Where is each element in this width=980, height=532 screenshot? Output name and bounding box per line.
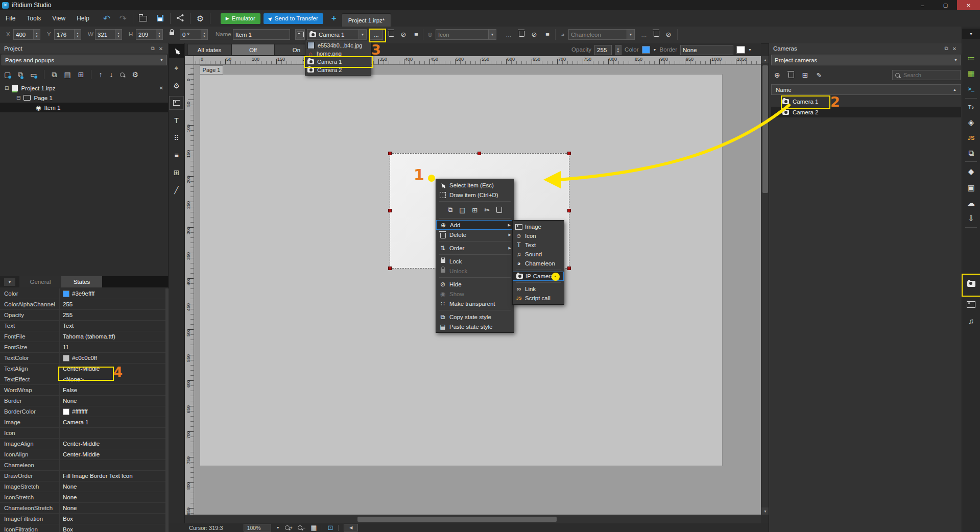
dock-menu-icon[interactable]: ▼ bbox=[962, 29, 980, 39]
float-panel-icon[interactable]: ⧉ bbox=[149, 45, 157, 52]
open-project-icon[interactable] bbox=[136, 14, 150, 23]
new-tab-button[interactable]: + bbox=[331, 13, 337, 23]
project-document-tab[interactable]: Project 1.irpz* bbox=[342, 13, 392, 27]
chevron-down-icon[interactable]: ▼ bbox=[653, 48, 657, 52]
line-tool[interactable]: ╱ bbox=[169, 183, 184, 197]
float-panel-icon[interactable]: ⧉ bbox=[942, 45, 950, 52]
add-page-icon[interactable]: ▢ bbox=[4, 70, 11, 79]
border-color-swatch[interactable] bbox=[736, 46, 745, 54]
chevron-down-icon[interactable]: ▼ bbox=[748, 48, 752, 52]
submenu-item-image[interactable]: Image bbox=[513, 222, 564, 231]
menu-item-draw[interactable]: Draw item (Ctrl+D) bbox=[436, 190, 514, 200]
menu-item-lock[interactable]: Lock bbox=[436, 256, 514, 266]
page-tab[interactable]: Page 1 bbox=[200, 65, 223, 75]
chart-tool[interactable]: ⊞ bbox=[169, 165, 184, 179]
add-camera-icon[interactable]: ⊕ bbox=[774, 71, 780, 79]
chevron-down-icon[interactable]: ▼ bbox=[358, 30, 366, 39]
dropdown-option-camera2[interactable]: Camera 2 bbox=[305, 66, 371, 74]
emulator-button[interactable]: ▶ Emulator bbox=[221, 13, 260, 24]
cameras-panel-icon[interactable] bbox=[962, 278, 980, 290]
fill-color-swatch[interactable] bbox=[642, 46, 650, 54]
angle-stepper[interactable]: ▲▼ bbox=[201, 29, 208, 40]
cameras-filter-combo[interactable]: Project cameras ▼ bbox=[771, 55, 961, 65]
menu-file[interactable]: File bbox=[0, 15, 21, 22]
icon-clear-icon[interactable]: ⊘ bbox=[530, 29, 539, 40]
x-stepper[interactable]: ▲▼ bbox=[34, 29, 40, 40]
menu-item-delete[interactable]: Delete▶ bbox=[436, 230, 514, 239]
share-icon[interactable] bbox=[174, 14, 187, 23]
close-panel-icon[interactable]: ✕ bbox=[157, 46, 165, 52]
name-column-header[interactable]: Name ▲ bbox=[771, 84, 961, 95]
images-panel-icon[interactable] bbox=[962, 298, 980, 310]
copy-icon[interactable]: ⧉ bbox=[52, 70, 57, 79]
collapse-properties-icon[interactable]: ▼ bbox=[4, 278, 15, 286]
menu-item-select[interactable]: Select item (Esc) bbox=[436, 180, 514, 190]
icon-more-button[interactable]: ... bbox=[503, 29, 514, 40]
h-scroll-thumb[interactable] bbox=[357, 517, 557, 522]
tab-general[interactable]: General bbox=[19, 276, 61, 287]
image-combo[interactable]: Camera 1 ▼ bbox=[307, 29, 367, 40]
cut-icon[interactable]: ✂ bbox=[484, 206, 490, 214]
menu-help[interactable]: Help bbox=[71, 15, 95, 22]
icon-align-icon[interactable]: ≡ bbox=[543, 29, 552, 40]
image-align-icon[interactable]: ≡ bbox=[412, 29, 421, 40]
submenu-item-chameleon[interactable]: ◕Chameleon bbox=[513, 259, 564, 268]
height-field[interactable] bbox=[136, 29, 156, 40]
y-stepper[interactable]: ▲▼ bbox=[75, 29, 81, 40]
sounds-panel-icon[interactable]: ♫ bbox=[962, 315, 980, 327]
state-tab-off[interactable]: Off bbox=[231, 44, 275, 56]
menu-item-hide[interactable]: ⊘Hide bbox=[436, 279, 514, 289]
devices-panel-icon[interactable]: ▦ bbox=[962, 67, 980, 80]
import-panel-icon[interactable]: ⇩ bbox=[962, 212, 980, 225]
menu-item-copy-state-style[interactable]: ⧉Copy state style bbox=[436, 312, 514, 322]
maximize-button[interactable]: ▢ bbox=[934, 0, 957, 10]
resize-handle[interactable] bbox=[388, 152, 392, 155]
zoom-in-icon[interactable]: + bbox=[285, 525, 293, 530]
resize-handle[interactable] bbox=[567, 267, 571, 270]
tree-node-project[interactable]: ⊟ Project 1.irpz ✕ bbox=[0, 83, 169, 93]
scripts-panel-icon[interactable]: JS bbox=[962, 132, 980, 144]
submenu-item-link[interactable]: ∞Link bbox=[513, 284, 564, 294]
align-tool[interactable]: ≡ bbox=[169, 148, 184, 162]
dropdown-option-home[interactable]: ⌂ home.png bbox=[305, 50, 371, 58]
dropdown-option-jpg[interactable]: e5534b0...b4c.jpg bbox=[305, 41, 371, 50]
chameleon-clear-icon[interactable]: ⊘ bbox=[664, 29, 673, 40]
project-device-panel-icon[interactable]: ≔ bbox=[962, 52, 980, 64]
delete-icon[interactable] bbox=[496, 206, 502, 214]
v-scroll-thumb[interactable] bbox=[762, 65, 768, 193]
duplicate-icon[interactable]: ⊞ bbox=[472, 206, 477, 214]
scroll-down-icon[interactable]: ▼ bbox=[761, 507, 769, 515]
tree-node-page[interactable]: ⊟ Page 1 bbox=[0, 93, 169, 103]
close-button[interactable]: ✕ bbox=[957, 0, 980, 10]
icon-delete-icon[interactable] bbox=[517, 29, 526, 40]
draw-item-tool[interactable]: ⌖ bbox=[169, 61, 184, 75]
width-field[interactable] bbox=[95, 29, 115, 40]
camera-search-box[interactable] bbox=[892, 70, 961, 80]
image-more-button[interactable]: ... bbox=[370, 29, 383, 40]
snap-toggle-icon[interactable]: ⊡ bbox=[327, 524, 333, 531]
collapse-panel-icon[interactable]: ◀ bbox=[344, 524, 358, 531]
search-input[interactable] bbox=[902, 71, 955, 79]
angle-field[interactable] bbox=[180, 29, 201, 40]
move-up-icon[interactable]: ↑ bbox=[99, 70, 102, 79]
gallery-panel-icon[interactable]: T♪ bbox=[962, 101, 980, 113]
duplicate-icon[interactable]: ⊞ bbox=[78, 70, 84, 79]
expander-icon[interactable]: ⊟ bbox=[5, 85, 9, 91]
zoom-level[interactable]: 100% bbox=[244, 524, 271, 531]
chameleon-delete-icon[interactable] bbox=[652, 29, 661, 40]
tree-settings-icon[interactable]: ⚙ bbox=[132, 70, 138, 79]
zoom-out-icon[interactable]: − bbox=[298, 525, 305, 530]
y-field[interactable] bbox=[54, 29, 75, 40]
grid-toggle-icon[interactable]: ▦ bbox=[310, 524, 317, 531]
menu-view[interactable]: View bbox=[46, 15, 71, 22]
close-panel-icon[interactable]: ✕ bbox=[950, 46, 959, 52]
minimize-button[interactable]: – bbox=[911, 0, 934, 10]
resize-handle[interactable] bbox=[567, 209, 571, 212]
submenu-item-sound[interactable]: ♫Sound bbox=[513, 250, 564, 259]
h-scrollbar[interactable] bbox=[185, 515, 761, 523]
preview-panel-icon[interactable]: ⧉ bbox=[962, 147, 980, 159]
dropdown-option-camera1[interactable]: Camera 1 bbox=[305, 58, 371, 66]
resize-handle[interactable] bbox=[388, 209, 392, 212]
v-scrollbar[interactable]: ▲ ▼ bbox=[761, 56, 769, 515]
icon-combo[interactable]: Icon ▼ bbox=[436, 29, 496, 40]
